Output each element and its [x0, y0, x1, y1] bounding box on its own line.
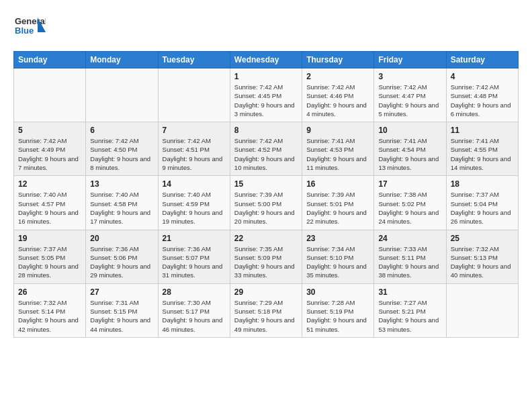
day-info: Sunrise: 7:37 AMSunset: 5:04 PMDaylight:…	[451, 190, 514, 226]
day-info: Sunrise: 7:40 AMSunset: 4:58 PMDaylight:…	[90, 190, 153, 226]
calendar-week-row: 5Sunrise: 7:42 AMSunset: 4:49 PMDaylight…	[14, 122, 519, 176]
calendar-cell: 15Sunrise: 7:39 AMSunset: 5:00 PMDayligh…	[230, 176, 302, 230]
day-info: Sunrise: 7:31 AMSunset: 5:15 PMDaylight:…	[90, 298, 153, 334]
calendar-header-row: SundayMondayTuesdayWednesdayThursdayFrid…	[14, 52, 519, 68]
day-info: Sunrise: 7:40 AMSunset: 4:59 PMDaylight:…	[163, 190, 226, 226]
day-number: 1	[234, 72, 298, 81]
day-number: 5	[18, 126, 81, 135]
day-number: 16	[306, 179, 369, 189]
calendar-cell: 14Sunrise: 7:40 AMSunset: 4:59 PMDayligh…	[158, 176, 230, 230]
calendar-cell: 27Sunrise: 7:31 AMSunset: 5:15 PMDayligh…	[86, 283, 158, 337]
day-number: 25	[451, 234, 514, 243]
day-number: 26	[18, 287, 81, 297]
day-number: 27	[90, 287, 153, 297]
calendar-cell: 19Sunrise: 7:37 AMSunset: 5:05 PMDayligh…	[14, 230, 86, 283]
header: General Blue	[13, 11, 519, 46]
day-info: Sunrise: 7:42 AMSunset: 4:50 PMDaylight:…	[90, 136, 153, 172]
weekday-header: Saturday	[446, 52, 518, 68]
calendar-cell: 30Sunrise: 7:28 AMSunset: 5:19 PMDayligh…	[302, 283, 374, 337]
day-info: Sunrise: 7:41 AMSunset: 4:55 PMDaylight:…	[451, 136, 514, 172]
calendar-cell: 28Sunrise: 7:30 AMSunset: 5:17 PMDayligh…	[158, 283, 230, 337]
day-number: 10	[378, 126, 441, 135]
logo-icon: General Blue	[13, 11, 46, 46]
calendar-cell: 22Sunrise: 7:35 AMSunset: 5:09 PMDayligh…	[230, 230, 302, 283]
calendar-cell: 25Sunrise: 7:32 AMSunset: 5:13 PMDayligh…	[446, 230, 518, 283]
day-info: Sunrise: 7:42 AMSunset: 4:52 PMDaylight:…	[234, 136, 298, 172]
day-info: Sunrise: 7:42 AMSunset: 4:46 PMDaylight:…	[306, 83, 369, 118]
calendar-cell: 17Sunrise: 7:38 AMSunset: 5:02 PMDayligh…	[374, 176, 446, 230]
day-number: 21	[163, 234, 226, 243]
calendar-cell: 5Sunrise: 7:42 AMSunset: 4:49 PMDaylight…	[14, 122, 86, 176]
day-number: 23	[306, 234, 369, 243]
calendar-cell	[14, 68, 86, 122]
day-number: 8	[234, 126, 298, 135]
calendar-cell: 8Sunrise: 7:42 AMSunset: 4:52 PMDaylight…	[230, 122, 302, 176]
day-info: Sunrise: 7:34 AMSunset: 5:10 PMDaylight:…	[306, 244, 369, 280]
day-number: 13	[90, 179, 153, 189]
calendar-week-row: 1Sunrise: 7:42 AMSunset: 4:45 PMDaylight…	[14, 68, 519, 122]
day-number: 2	[306, 72, 369, 81]
day-info: Sunrise: 7:38 AMSunset: 5:02 PMDaylight:…	[378, 190, 441, 226]
day-info: Sunrise: 7:29 AMSunset: 5:18 PMDaylight:…	[234, 298, 298, 334]
calendar-cell: 4Sunrise: 7:42 AMSunset: 4:48 PMDaylight…	[446, 68, 518, 122]
day-info: Sunrise: 7:30 AMSunset: 5:17 PMDaylight:…	[163, 298, 226, 334]
day-info: Sunrise: 7:40 AMSunset: 4:57 PMDaylight:…	[18, 190, 81, 226]
day-info: Sunrise: 7:42 AMSunset: 4:45 PMDaylight:…	[234, 83, 298, 118]
day-info: Sunrise: 7:39 AMSunset: 5:00 PMDaylight:…	[234, 190, 298, 226]
day-number: 7	[163, 126, 226, 135]
day-number: 4	[451, 72, 514, 81]
calendar-cell: 18Sunrise: 7:37 AMSunset: 5:04 PMDayligh…	[446, 176, 518, 230]
day-info: Sunrise: 7:33 AMSunset: 5:11 PMDaylight:…	[378, 244, 441, 280]
weekday-header: Friday	[374, 52, 446, 68]
calendar-cell: 26Sunrise: 7:32 AMSunset: 5:14 PMDayligh…	[14, 283, 86, 337]
day-info: Sunrise: 7:28 AMSunset: 5:19 PMDaylight:…	[306, 298, 369, 334]
day-number: 9	[306, 126, 369, 135]
day-info: Sunrise: 7:32 AMSunset: 5:14 PMDaylight:…	[18, 298, 81, 334]
day-number: 15	[234, 179, 298, 189]
calendar-cell: 1Sunrise: 7:42 AMSunset: 4:45 PMDaylight…	[230, 68, 302, 122]
calendar-cell: 2Sunrise: 7:42 AMSunset: 4:46 PMDaylight…	[302, 68, 374, 122]
calendar-cell: 10Sunrise: 7:41 AMSunset: 4:54 PMDayligh…	[374, 122, 446, 176]
day-number: 31	[378, 287, 441, 297]
day-number: 14	[163, 179, 226, 189]
day-number: 18	[451, 179, 514, 189]
calendar-cell: 11Sunrise: 7:41 AMSunset: 4:55 PMDayligh…	[446, 122, 518, 176]
calendar-cell: 7Sunrise: 7:42 AMSunset: 4:51 PMDaylight…	[158, 122, 230, 176]
day-info: Sunrise: 7:37 AMSunset: 5:05 PMDaylight:…	[18, 244, 81, 280]
calendar-week-row: 19Sunrise: 7:37 AMSunset: 5:05 PMDayligh…	[14, 230, 519, 283]
logo: General Blue	[13, 11, 46, 46]
day-number: 3	[378, 72, 441, 81]
calendar-cell: 24Sunrise: 7:33 AMSunset: 5:11 PMDayligh…	[374, 230, 446, 283]
day-info: Sunrise: 7:35 AMSunset: 5:09 PMDaylight:…	[234, 244, 298, 280]
calendar-cell	[446, 283, 518, 337]
calendar-cell: 29Sunrise: 7:29 AMSunset: 5:18 PMDayligh…	[230, 283, 302, 337]
weekday-header: Tuesday	[158, 52, 230, 68]
day-number: 17	[378, 179, 441, 189]
day-info: Sunrise: 7:27 AMSunset: 5:21 PMDaylight:…	[378, 298, 441, 334]
weekday-header: Monday	[86, 52, 158, 68]
day-info: Sunrise: 7:36 AMSunset: 5:07 PMDaylight:…	[163, 244, 226, 280]
calendar-cell: 20Sunrise: 7:36 AMSunset: 5:06 PMDayligh…	[86, 230, 158, 283]
weekday-header: Sunday	[14, 52, 86, 68]
calendar-cell: 31Sunrise: 7:27 AMSunset: 5:21 PMDayligh…	[374, 283, 446, 337]
calendar-cell: 13Sunrise: 7:40 AMSunset: 4:58 PMDayligh…	[86, 176, 158, 230]
calendar-cell: 3Sunrise: 7:42 AMSunset: 4:47 PMDaylight…	[374, 68, 446, 122]
day-info: Sunrise: 7:42 AMSunset: 4:49 PMDaylight:…	[18, 136, 81, 172]
calendar-cell	[86, 68, 158, 122]
day-number: 12	[18, 179, 81, 189]
day-number: 29	[234, 287, 298, 297]
calendar-week-row: 26Sunrise: 7:32 AMSunset: 5:14 PMDayligh…	[14, 283, 519, 337]
day-info: Sunrise: 7:42 AMSunset: 4:47 PMDaylight:…	[378, 83, 441, 118]
svg-text:Blue: Blue	[15, 26, 34, 36]
calendar-cell: 23Sunrise: 7:34 AMSunset: 5:10 PMDayligh…	[302, 230, 374, 283]
day-number: 30	[306, 287, 369, 297]
day-number: 11	[451, 126, 514, 135]
calendar-week-row: 12Sunrise: 7:40 AMSunset: 4:57 PMDayligh…	[14, 176, 519, 230]
day-number: 20	[90, 234, 153, 243]
day-number: 19	[18, 234, 81, 243]
calendar-cell: 21Sunrise: 7:36 AMSunset: 5:07 PMDayligh…	[158, 230, 230, 283]
day-info: Sunrise: 7:41 AMSunset: 4:54 PMDaylight:…	[378, 136, 441, 172]
weekday-header: Wednesday	[230, 52, 302, 68]
calendar-cell: 16Sunrise: 7:39 AMSunset: 5:01 PMDayligh…	[302, 176, 374, 230]
day-number: 22	[234, 234, 298, 243]
